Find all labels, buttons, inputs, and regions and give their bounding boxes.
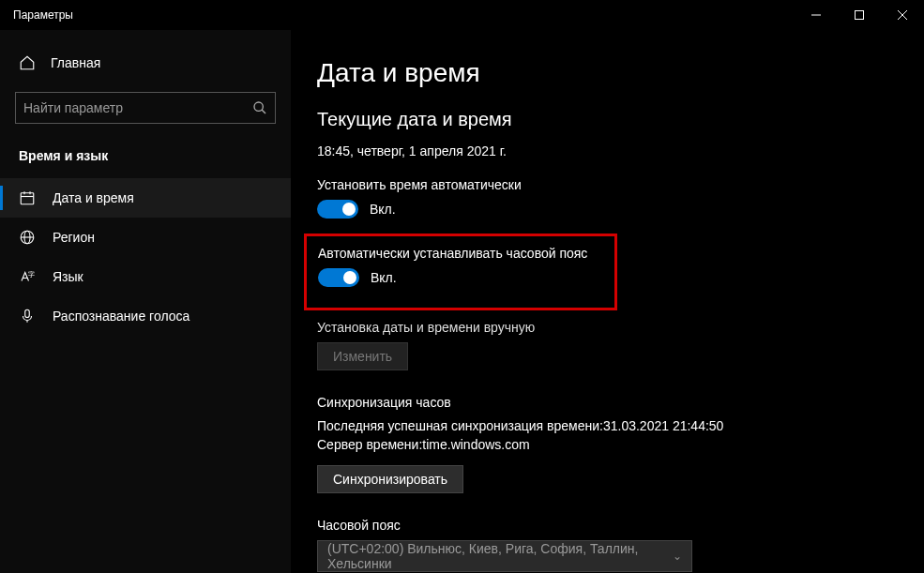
auto-tz-toggle[interactable] xyxy=(318,268,359,287)
sidebar-item-label: Регион xyxy=(53,230,95,245)
timezone-select: (UTC+02:00) Вильнюс, Киев, Рига, София, … xyxy=(317,540,692,572)
timezone-label: Часовой пояс xyxy=(317,518,898,533)
sidebar-home-label: Главная xyxy=(51,55,100,70)
close-button[interactable] xyxy=(881,0,924,30)
sidebar-item-region[interactable]: Регион xyxy=(0,218,291,257)
sidebar-category: Время и язык xyxy=(0,139,291,169)
svg-text:字: 字 xyxy=(28,271,35,278)
auto-time-toggle[interactable] xyxy=(317,200,358,219)
sync-server: Сервер времени:time.windows.com xyxy=(317,436,898,455)
chevron-down-icon: ⌄ xyxy=(673,550,682,563)
timezone-value: (UTC+02:00) Вильнюс, Киев, Рига, София, … xyxy=(327,541,673,571)
sidebar-item-datetime[interactable]: Дата и время xyxy=(0,178,291,218)
search-icon xyxy=(252,100,267,115)
sync-last: Последняя успешная синхронизация времени… xyxy=(317,417,898,436)
svg-point-4 xyxy=(254,102,263,111)
current-datetime-title: Текущие дата и время xyxy=(317,109,898,130)
window-controls xyxy=(795,0,924,30)
sidebar-item-label: Язык xyxy=(53,269,83,284)
sidebar-item-speech[interactable]: Распознавание голоса xyxy=(0,296,291,336)
sidebar-item-label: Распознавание голоса xyxy=(53,309,189,324)
change-button: Изменить xyxy=(317,342,408,370)
auto-time-label: Установить время автоматически xyxy=(317,177,898,192)
auto-tz-label: Автоматически устанавливать часовой пояс xyxy=(318,246,603,261)
window-title: Параметры xyxy=(0,8,73,22)
auto-tz-state: Вкл. xyxy=(371,270,397,285)
search-input[interactable] xyxy=(23,100,252,115)
sidebar-nav: Дата и время Регион 字 Язык Распознавание… xyxy=(0,178,291,336)
minimize-button[interactable] xyxy=(795,0,838,30)
sidebar: Главная Время и язык Дата и время Регион xyxy=(0,30,291,573)
calendar-icon xyxy=(19,189,36,206)
content-area: Дата и время Текущие дата и время 18:45,… xyxy=(291,30,924,573)
current-datetime-value: 18:45, четверг, 1 апреля 2021 г. xyxy=(317,143,898,158)
auto-time-state: Вкл. xyxy=(370,202,396,217)
svg-line-5 xyxy=(262,110,265,113)
language-icon: 字 xyxy=(19,268,36,285)
sidebar-item-language[interactable]: 字 Язык xyxy=(0,257,291,296)
sync-info: Последняя успешная синхронизация времени… xyxy=(317,417,898,454)
globe-icon xyxy=(19,229,36,246)
sidebar-item-label: Дата и время xyxy=(53,190,134,205)
page-title: Дата и время xyxy=(317,58,898,88)
search-box[interactable] xyxy=(15,92,276,124)
home-icon xyxy=(19,54,36,71)
svg-rect-1 xyxy=(856,11,864,20)
microphone-icon xyxy=(19,308,36,324)
maximize-button[interactable] xyxy=(838,0,881,30)
highlighted-section: Автоматически устанавливать часовой пояс… xyxy=(304,234,617,310)
sync-button[interactable]: Синхронизировать xyxy=(317,465,463,493)
titlebar: Параметры xyxy=(0,0,924,30)
manual-set-label: Установка даты и времени вручную xyxy=(317,320,898,335)
sync-title: Синхронизация часов xyxy=(317,395,898,410)
svg-rect-14 xyxy=(25,309,30,317)
svg-rect-6 xyxy=(21,193,34,204)
sidebar-home[interactable]: Главная xyxy=(0,47,291,79)
